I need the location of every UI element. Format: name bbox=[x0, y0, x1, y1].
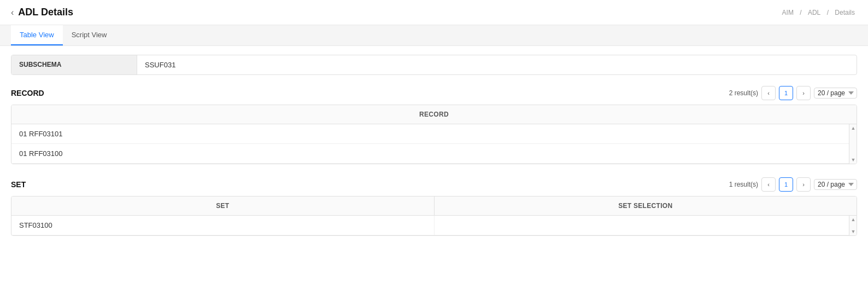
record-current-page[interactable]: 1 bbox=[779, 86, 793, 100]
scroll-down-icon[interactable]: ▼ bbox=[849, 156, 857, 164]
record-page-size-select[interactable]: 20 / page 50 / page bbox=[814, 88, 857, 99]
record-prev-page[interactable]: ‹ bbox=[761, 86, 776, 100]
set-scrollbar[interactable]: ▲ ▼ bbox=[849, 216, 857, 235]
set-column-header-set: SET bbox=[11, 197, 435, 215]
record-table-body: 01 RFF03101 01 RFF03100 ▲ ▼ bbox=[11, 124, 857, 164]
record-table-header: RECORD bbox=[11, 105, 857, 124]
scroll-down-icon[interactable]: ▼ bbox=[849, 228, 857, 235]
page-header: ‹ ADL Details AIM / ADL / Details bbox=[0, 0, 868, 25]
set-current-page[interactable]: 1 bbox=[779, 177, 793, 192]
record-section-title: RECORD bbox=[11, 89, 44, 97]
set-prev-page[interactable]: ‹ bbox=[761, 177, 776, 192]
set-result-count: 1 result(s) bbox=[729, 181, 758, 188]
set-pagination-controls: 1 result(s) ‹ 1 › 20 / page 50 / page bbox=[729, 177, 857, 192]
record-scrollbar[interactable]: ▲ ▼ bbox=[849, 124, 857, 164]
set-table: SET SET SELECTION STF03100 ▲ ▼ bbox=[11, 196, 857, 236]
header-left: ‹ ADL Details bbox=[11, 7, 73, 18]
set-page-size-select[interactable]: 20 / page 50 / page bbox=[814, 179, 857, 190]
record-table: RECORD 01 RFF03101 01 RFF03100 ▲ ▼ bbox=[11, 105, 857, 164]
record-pagination-controls: 2 result(s) ‹ 1 › 20 / page 50 / page bbox=[729, 86, 857, 100]
set-cell-selection bbox=[435, 216, 857, 235]
set-table-body: STF03100 ▲ ▼ bbox=[11, 216, 857, 235]
record-result-count: 2 result(s) bbox=[729, 89, 758, 97]
set-section-header: SET 1 result(s) ‹ 1 › 20 / page 50 / pag… bbox=[11, 177, 857, 192]
subschema-value: SSUF031 bbox=[137, 55, 857, 74]
set-section-title: SET bbox=[11, 180, 26, 189]
breadcrumb-sep1: / bbox=[800, 9, 801, 16]
set-table-header: SET SET SELECTION bbox=[11, 197, 857, 216]
scroll-up-icon[interactable]: ▲ bbox=[849, 124, 857, 132]
tab-table-view[interactable]: Table View bbox=[11, 25, 63, 45]
set-column-header-selection: SET SELECTION bbox=[435, 197, 857, 215]
record-section-header: RECORD 2 result(s) ‹ 1 › 20 / page 50 / … bbox=[11, 86, 857, 100]
table-row: 01 RFF03101 bbox=[11, 124, 857, 144]
tab-script-view[interactable]: Script View bbox=[63, 25, 116, 45]
breadcrumb-aim[interactable]: AIM bbox=[782, 9, 794, 16]
table-row: 01 RFF03100 bbox=[11, 144, 857, 164]
table-row: STF03100 bbox=[11, 216, 857, 235]
breadcrumb-sep2: / bbox=[827, 9, 829, 16]
record-column-header: RECORD bbox=[11, 105, 857, 124]
breadcrumb: AIM / ADL / Details bbox=[780, 9, 857, 16]
subschema-row: SUBSCHEMA SSUF031 bbox=[11, 55, 857, 75]
set-next-page[interactable]: › bbox=[796, 177, 811, 192]
subschema-label: SUBSCHEMA bbox=[11, 55, 137, 74]
main-content: SUBSCHEMA SSUF031 RECORD 2 result(s) ‹ 1… bbox=[0, 46, 868, 258]
breadcrumb-details: Details bbox=[835, 9, 855, 16]
record-cell-1: 01 RFF03100 bbox=[11, 144, 857, 163]
record-next-page[interactable]: › bbox=[796, 86, 811, 100]
record-section: RECORD 2 result(s) ‹ 1 › 20 / page 50 / … bbox=[11, 86, 857, 164]
set-cell-set: STF03100 bbox=[11, 216, 435, 235]
scroll-up-icon[interactable]: ▲ bbox=[849, 216, 857, 223]
back-button[interactable]: ‹ bbox=[11, 8, 14, 18]
set-section: SET 1 result(s) ‹ 1 › 20 / page 50 / pag… bbox=[11, 177, 857, 236]
page-title: ADL Details bbox=[18, 7, 73, 18]
breadcrumb-adl[interactable]: ADL bbox=[808, 9, 820, 16]
record-cell-0: 01 RFF03101 bbox=[11, 124, 857, 143]
tabs-bar: Table View Script View bbox=[0, 25, 868, 46]
